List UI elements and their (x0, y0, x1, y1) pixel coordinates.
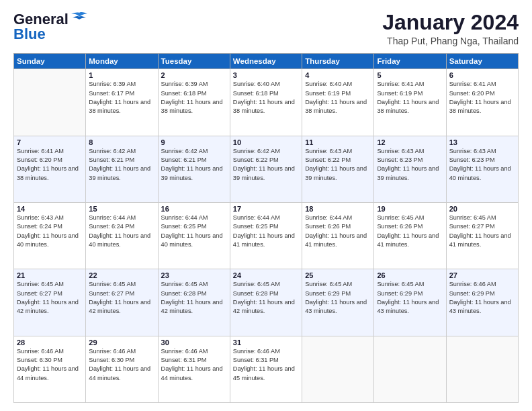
header-right: January 2024 Thap Put, Phang Nga, Thaila… (382, 11, 519, 46)
day-number: 20 (449, 205, 515, 213)
col-monday: Monday (86, 54, 158, 69)
day-info: Sunrise: 6:44 AMSunset: 6:26 PMDaylight:… (305, 214, 371, 249)
table-row: 27Sunrise: 6:46 AMSunset: 6:29 PMDayligh… (446, 269, 518, 336)
day-info: Sunrise: 6:39 AMSunset: 6:17 PMDaylight:… (89, 80, 154, 116)
day-number: 24 (233, 271, 299, 279)
day-info: Sunrise: 6:46 AMSunset: 6:31 PMDaylight:… (161, 347, 227, 383)
calendar-week-row: 1Sunrise: 6:39 AMSunset: 6:17 PMDaylight… (14, 69, 519, 136)
col-tuesday: Tuesday (158, 54, 230, 69)
day-info: Sunrise: 6:40 AMSunset: 6:19 PMDaylight:… (305, 80, 371, 116)
table-row: 23Sunrise: 6:45 AMSunset: 6:28 PMDayligh… (158, 269, 230, 336)
day-number: 5 (377, 71, 443, 79)
table-row: 5Sunrise: 6:41 AMSunset: 6:19 PMDaylight… (374, 69, 446, 136)
table-row: 24Sunrise: 6:45 AMSunset: 6:28 PMDayligh… (230, 269, 302, 336)
table-row: 6Sunrise: 6:41 AMSunset: 6:20 PMDaylight… (446, 69, 518, 136)
location: Thap Put, Phang Nga, Thailand (382, 36, 519, 46)
day-info: Sunrise: 6:42 AMSunset: 6:21 PMDaylight:… (89, 147, 154, 183)
table-row (374, 336, 446, 402)
day-info: Sunrise: 6:43 AMSunset: 6:23 PMDaylight:… (449, 147, 515, 183)
day-info: Sunrise: 6:45 AMSunset: 6:26 PMDaylight:… (377, 214, 443, 249)
table-row: 3Sunrise: 6:40 AMSunset: 6:18 PMDaylight… (230, 69, 302, 136)
day-info: Sunrise: 6:43 AMSunset: 6:23 PMDaylight:… (377, 147, 443, 183)
day-number: 11 (305, 138, 371, 146)
day-number: 27 (449, 271, 515, 279)
day-number: 26 (377, 271, 443, 279)
day-number: 9 (161, 138, 227, 146)
table-row: 19Sunrise: 6:45 AMSunset: 6:26 PMDayligh… (374, 202, 446, 269)
day-info: Sunrise: 6:44 AMSunset: 6:25 PMDaylight:… (161, 214, 227, 249)
day-number: 17 (233, 205, 299, 213)
col-sunday: Sunday (14, 54, 86, 69)
day-info: Sunrise: 6:41 AMSunset: 6:19 PMDaylight:… (377, 80, 443, 116)
day-number: 4 (305, 71, 371, 79)
calendar: Sunday Monday Tuesday Wednesday Thursday… (13, 53, 519, 403)
table-row: 30Sunrise: 6:46 AMSunset: 6:31 PMDayligh… (158, 336, 230, 402)
table-row: 9Sunrise: 6:42 AMSunset: 6:21 PMDaylight… (158, 136, 230, 202)
table-row: 8Sunrise: 6:42 AMSunset: 6:21 PMDaylight… (86, 136, 158, 202)
day-number: 7 (17, 138, 83, 146)
day-number: 25 (305, 271, 371, 279)
calendar-week-row: 28Sunrise: 6:46 AMSunset: 6:30 PMDayligh… (14, 336, 519, 402)
table-row: 17Sunrise: 6:44 AMSunset: 6:25 PMDayligh… (230, 202, 302, 269)
day-info: Sunrise: 6:44 AMSunset: 6:25 PMDaylight:… (233, 214, 299, 249)
day-info: Sunrise: 6:43 AMSunset: 6:24 PMDaylight:… (17, 214, 83, 249)
day-number: 21 (17, 271, 83, 279)
day-number: 1 (89, 71, 154, 79)
day-info: Sunrise: 6:45 AMSunset: 6:28 PMDaylight:… (233, 280, 299, 316)
table-row: 10Sunrise: 6:42 AMSunset: 6:22 PMDayligh… (230, 136, 302, 202)
table-row: 16Sunrise: 6:44 AMSunset: 6:25 PMDayligh… (158, 202, 230, 269)
table-row: 7Sunrise: 6:41 AMSunset: 6:20 PMDaylight… (14, 136, 86, 202)
table-row: 28Sunrise: 6:46 AMSunset: 6:30 PMDayligh… (14, 336, 86, 402)
table-row: 12Sunrise: 6:43 AMSunset: 6:23 PMDayligh… (374, 136, 446, 202)
table-row: 25Sunrise: 6:45 AMSunset: 6:29 PMDayligh… (302, 269, 374, 336)
day-info: Sunrise: 6:46 AMSunset: 6:31 PMDaylight:… (233, 347, 299, 383)
day-info: Sunrise: 6:46 AMSunset: 6:30 PMDaylight:… (17, 347, 83, 383)
col-friday: Friday (374, 54, 446, 69)
day-number: 19 (377, 205, 443, 213)
day-info: Sunrise: 6:45 AMSunset: 6:27 PMDaylight:… (449, 214, 515, 249)
day-number: 12 (377, 138, 443, 146)
table-row: 14Sunrise: 6:43 AMSunset: 6:24 PMDayligh… (14, 202, 86, 269)
logo-name: General Blue (13, 11, 89, 43)
day-info: Sunrise: 6:45 AMSunset: 6:27 PMDaylight:… (17, 280, 83, 316)
logo-blue: Blue (13, 26, 89, 43)
table-row: 31Sunrise: 6:46 AMSunset: 6:31 PMDayligh… (230, 336, 302, 402)
table-row: 29Sunrise: 6:46 AMSunset: 6:30 PMDayligh… (86, 336, 158, 402)
day-number: 30 (161, 338, 227, 347)
page: General Blue January 2024 Thap Put, Phan… (0, 0, 532, 411)
col-thursday: Thursday (302, 54, 374, 69)
table-row: 13Sunrise: 6:43 AMSunset: 6:23 PMDayligh… (446, 136, 518, 202)
day-info: Sunrise: 6:44 AMSunset: 6:24 PMDaylight:… (89, 214, 154, 249)
col-saturday: Saturday (446, 54, 518, 69)
day-number: 13 (449, 138, 515, 146)
col-wednesday: Wednesday (230, 54, 302, 69)
day-info: Sunrise: 6:39 AMSunset: 6:18 PMDaylight:… (161, 80, 227, 116)
day-number: 2 (161, 71, 227, 79)
table-row (14, 69, 86, 136)
day-number: 18 (305, 205, 371, 213)
day-info: Sunrise: 6:45 AMSunset: 6:29 PMDaylight:… (305, 280, 371, 316)
header: General Blue January 2024 Thap Put, Phan… (13, 11, 519, 46)
day-info: Sunrise: 6:40 AMSunset: 6:18 PMDaylight:… (233, 80, 299, 116)
calendar-header-row: Sunday Monday Tuesday Wednesday Thursday… (14, 54, 519, 69)
day-info: Sunrise: 6:42 AMSunset: 6:22 PMDaylight:… (233, 147, 299, 183)
table-row: 21Sunrise: 6:45 AMSunset: 6:27 PMDayligh… (14, 269, 86, 336)
logo-bird-icon (70, 11, 89, 25)
day-number: 3 (233, 71, 299, 79)
day-info: Sunrise: 6:41 AMSunset: 6:20 PMDaylight:… (449, 80, 515, 116)
day-number: 22 (89, 271, 154, 279)
calendar-week-row: 14Sunrise: 6:43 AMSunset: 6:24 PMDayligh… (14, 202, 519, 269)
month-title: January 2024 (382, 11, 519, 34)
day-number: 31 (233, 338, 299, 347)
day-number: 14 (17, 205, 83, 213)
table-row (446, 336, 518, 402)
day-info: Sunrise: 6:46 AMSunset: 6:30 PMDaylight:… (89, 347, 154, 383)
table-row: 4Sunrise: 6:40 AMSunset: 6:19 PMDaylight… (302, 69, 374, 136)
day-info: Sunrise: 6:45 AMSunset: 6:29 PMDaylight:… (377, 280, 443, 316)
day-number: 29 (89, 338, 154, 347)
table-row: 18Sunrise: 6:44 AMSunset: 6:26 PMDayligh… (302, 202, 374, 269)
table-row: 11Sunrise: 6:43 AMSunset: 6:22 PMDayligh… (302, 136, 374, 202)
day-number: 16 (161, 205, 227, 213)
table-row: 26Sunrise: 6:45 AMSunset: 6:29 PMDayligh… (374, 269, 446, 336)
day-info: Sunrise: 6:46 AMSunset: 6:29 PMDaylight:… (449, 280, 515, 316)
